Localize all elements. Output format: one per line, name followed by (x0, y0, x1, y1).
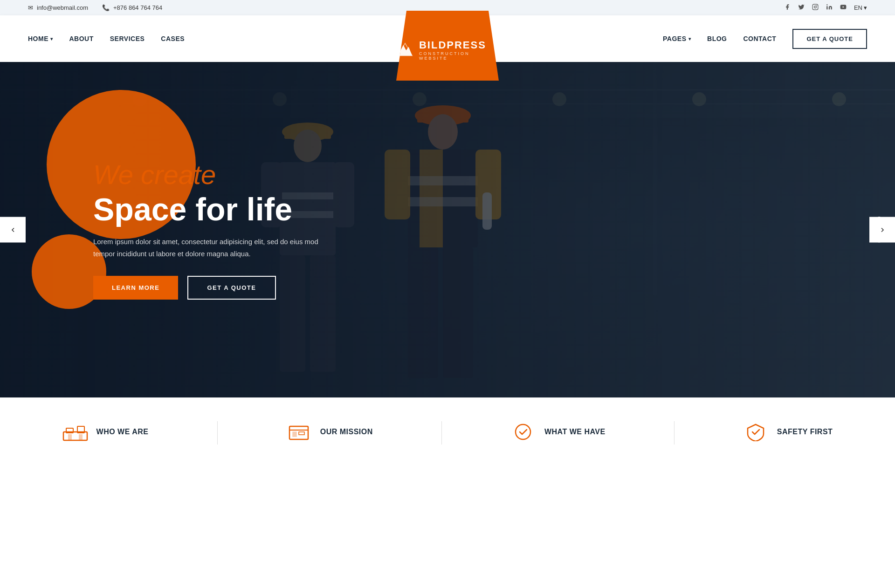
slide-dot-4[interactable] (877, 239, 881, 243)
phone-contact: 📞 +876 864 764 764 (102, 4, 162, 11)
facebook-icon[interactable] (784, 4, 791, 12)
twitter-icon[interactable] (798, 4, 805, 12)
feature-who-we-are: WHO WE ARE (62, 421, 149, 442)
hero-headline: Space for life (93, 192, 326, 227)
feature-safety-first: SAFETY FIRST (743, 421, 833, 442)
hero-section: We create Space for life Lorem ipsum dol… (0, 62, 895, 397)
logo-inner: BILDPRESS CONSTRUCTION WEBSITE (396, 40, 499, 61)
who-we-are-label: WHO WE ARE (96, 428, 149, 436)
features-bar: WHO WE ARE OUR MISSION WHAT WE HAVE (0, 397, 895, 468)
svg-rect-46 (79, 434, 83, 440)
get-quote-button[interactable]: GET A QUOTE (792, 29, 867, 49)
who-we-are-icon (62, 421, 88, 442)
hero-text: We create Space for life Lorem ipsum dol… (93, 160, 326, 300)
svg-point-51 (516, 424, 530, 439)
youtube-icon[interactable] (840, 4, 847, 12)
what-we-have-label: WHAT WE HAVE (544, 428, 606, 436)
svg-point-1 (814, 6, 817, 8)
nav-home[interactable]: HOME ▾ (28, 35, 53, 42)
svg-point-3 (826, 4, 827, 5)
hero-tagline: We create (93, 160, 326, 190)
our-mission-icon (286, 421, 312, 442)
hero-buttons: LEARN MORE GET A QUOTE (93, 276, 326, 300)
email-contact: ✉ info@webmail.com (28, 4, 88, 11)
what-we-have-icon (510, 421, 536, 442)
svg-rect-49 (293, 432, 296, 437)
svg-marker-5 (398, 45, 412, 56)
safety-first-label: SAFETY FIRST (777, 428, 833, 436)
divider-2 (441, 421, 442, 444)
email-address: info@webmail.com (37, 4, 88, 11)
our-mission-label: OUR MISSION (320, 428, 373, 436)
learn-more-button[interactable]: LEARN MORE (93, 276, 178, 300)
logo-icon (396, 41, 414, 60)
svg-point-2 (817, 6, 817, 6)
linkedin-icon[interactable] (826, 4, 833, 12)
nav-left: HOME ▾ ABOUT SERVICES CASES (28, 35, 185, 42)
divider-3 (674, 421, 675, 444)
slide-dot-1[interactable] (877, 217, 881, 220)
hero-get-quote-button[interactable]: GET A QUOTE (187, 276, 275, 300)
nav-right: PAGES ▾ BLOG CONTACT GET A QUOTE (663, 29, 867, 49)
navbar: HOME ▾ ABOUT SERVICES CASES BILDPRESS CO… (0, 15, 895, 62)
slider-next-button[interactable] (869, 217, 895, 243)
instagram-icon[interactable] (812, 4, 819, 12)
svg-rect-50 (299, 432, 304, 435)
nav-pages[interactable]: PAGES ▾ (663, 35, 691, 42)
svg-rect-0 (812, 4, 818, 10)
phone-icon: 📞 (102, 4, 110, 11)
logo-text: BILDPRESS CONSTRUCTION WEBSITE (419, 40, 499, 61)
hero-description: Lorem ipsum dolor sit amet, consectetur … (93, 236, 326, 260)
logo[interactable]: BILDPRESS CONSTRUCTION WEBSITE (396, 11, 499, 81)
divider-1 (217, 421, 218, 444)
slider-prev-button[interactable] (0, 217, 26, 243)
slide-dot-2[interactable] (877, 224, 881, 228)
nav-contact[interactable]: CONTACT (743, 35, 776, 42)
chevron-down-icon: ▾ (864, 4, 867, 11)
email-icon: ✉ (28, 4, 33, 11)
top-bar-right: EN ▾ (784, 4, 867, 12)
hero-content: We create Space for life Lorem ipsum dol… (0, 160, 326, 300)
slider-dots (877, 217, 881, 243)
logo-box: BILDPRESS CONSTRUCTION WEBSITE (396, 11, 499, 81)
nav-about[interactable]: ABOUT (69, 35, 94, 42)
nav-cases[interactable]: CASES (161, 35, 185, 42)
pages-dropdown-icon: ▾ (688, 36, 691, 41)
language-selector[interactable]: EN ▾ (854, 4, 867, 11)
home-dropdown-icon: ▾ (50, 36, 53, 41)
svg-rect-45 (68, 434, 72, 440)
safety-first-icon (743, 421, 769, 442)
top-bar-left: ✉ info@webmail.com 📞 +876 864 764 764 (28, 4, 162, 11)
nav-blog[interactable]: BLOG (707, 35, 727, 42)
nav-services[interactable]: SERVICES (110, 35, 145, 42)
feature-what-we-have: WHAT WE HAVE (510, 421, 606, 442)
feature-our-mission: OUR MISSION (286, 421, 373, 442)
slide-dot-3[interactable] (877, 232, 881, 235)
phone-number: +876 864 764 764 (113, 4, 162, 11)
